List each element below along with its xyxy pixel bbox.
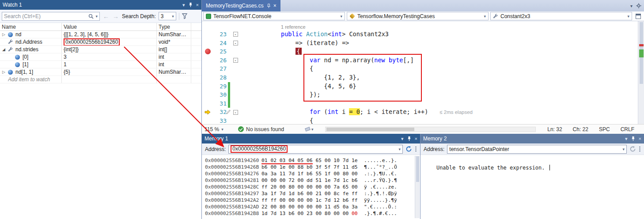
- eol-indicator[interactable]: CRLF: [621, 126, 634, 132]
- chevron-down-icon[interactable]: ▾: [398, 147, 401, 151]
- tab-memorytestingcases[interactable]: MemoryTestingCases.cs ×: [202, 0, 280, 11]
- scrollbar-thumb[interactable]: [326, 128, 415, 131]
- breakpoint-icon[interactable]: [205, 49, 211, 54]
- toolbar-overflow-icon[interactable]: [415, 146, 417, 152]
- memory-row[interactable]: 0x000002556B1942A2ff ff 00 00 00 00 1c 7…: [205, 197, 420, 204]
- class-dropdown[interactable]: Tensorflow.MemoryTestingCases ▾: [347, 12, 489, 20]
- code-editor[interactable]: 1 reference23-public Action<int> Constan…: [202, 21, 644, 124]
- space-mode-indicator[interactable]: SPC: [599, 126, 610, 132]
- watch-column-headers[interactable]: Name Value Type: [0, 23, 201, 31]
- search-input[interactable]: Search (Ctrl+E) ▾: [2, 12, 100, 21]
- memory2-titlebar[interactable]: Memory 2 ▾ ×: [420, 134, 644, 143]
- memory-row[interactable]: 0x000002556B1942B81d 7d 13 b6 00 23 00 8…: [205, 210, 420, 217]
- code-line[interactable]: 28{1, 2, 3},: [202, 73, 638, 82]
- document-list-icon[interactable]: ▾: [630, 4, 633, 8]
- glyph-margin[interactable]: [202, 117, 213, 124]
- glyph-margin[interactable]: [202, 108, 213, 117]
- vertical-scrollbar[interactable]: [638, 21, 644, 124]
- gear-icon[interactable]: [636, 3, 641, 8]
- next-result-icon[interactable]: →: [112, 13, 119, 20]
- expander-icon[interactable]: ▷: [1, 68, 6, 76]
- memory-row[interactable]: 0x000002556B1942AD22 00 80 00 00 00 00 1…: [205, 204, 420, 210]
- pin-icon[interactable]: [631, 136, 635, 141]
- code-line[interactable]: 26-var nd = np.array(new byte[,]: [202, 56, 638, 65]
- fold-collapse-icon[interactable]: -: [233, 58, 238, 63]
- memory1-hex-view[interactable]: 0x000002556B19426001 02 03 04 05 06 65 0…: [202, 155, 420, 217]
- horizontal-scrollbar[interactable]: [325, 127, 536, 132]
- code-line[interactable]: 29{4, 5, 6}: [202, 82, 638, 91]
- window-position-icon[interactable]: ▾: [401, 136, 404, 141]
- memory1-titlebar[interactable]: Memory 1 ▾ ×: [202, 134, 420, 143]
- code-line[interactable]: 32-for (int i = 0; i < iterate; i++)≤ 2m…: [202, 108, 638, 117]
- glyph-margin[interactable]: [202, 47, 213, 56]
- glyph-margin[interactable]: [202, 30, 213, 39]
- expander-icon[interactable]: ◢: [1, 46, 6, 53]
- window-position-icon[interactable]: ▾: [625, 136, 628, 141]
- fold-collapse-icon[interactable]: -: [233, 41, 238, 45]
- close-icon[interactable]: ×: [639, 136, 641, 141]
- expander-icon[interactable]: ▷: [1, 31, 6, 38]
- glyph-margin[interactable]: [202, 39, 213, 48]
- toolbar-overflow-icon[interactable]: [639, 146, 641, 152]
- glyph-margin[interactable]: [202, 99, 213, 108]
- memory-row[interactable]: 0x000002556B19428Cff 20 00 80 00 00 00 0…: [205, 184, 420, 190]
- close-icon[interactable]: ×: [273, 3, 277, 9]
- glyph-margin[interactable]: [202, 23, 213, 30]
- memory-row[interactable]: 0x000002556B1942973a 1f 7d 1d b6 00 21 0…: [205, 190, 420, 197]
- search-icon[interactable]: [88, 14, 94, 19]
- code-line[interactable]: 33{: [202, 117, 638, 124]
- close-icon[interactable]: ×: [196, 3, 199, 8]
- refresh-icon[interactable]: [405, 146, 412, 152]
- refresh-icon[interactable]: [629, 146, 636, 152]
- column-header-type[interactable]: Type: [157, 23, 191, 30]
- glyph-margin[interactable]: [202, 91, 213, 99]
- zoom-select[interactable]: 115 % ▾: [205, 126, 228, 132]
- filter-icon[interactable]: [182, 13, 188, 19]
- glyph-margin[interactable]: [202, 64, 213, 73]
- memory1-scrollbar[interactable]: [415, 156, 420, 218]
- project-dropdown[interactable]: TensorFlowNET.Console ▾: [203, 12, 345, 20]
- memory2-address-input[interactable]: tensor.TensorDataPointer ▾: [447, 145, 627, 154]
- pin-icon[interactable]: [407, 136, 411, 141]
- codelens-line[interactable]: 1 reference: [202, 23, 638, 30]
- code-line[interactable]: 25{: [202, 47, 638, 56]
- memory2-message-area[interactable]: Unable to evaluate the expression.: [420, 155, 644, 181]
- code-line[interactable]: 31: [202, 99, 638, 108]
- watch-row[interactable]: ▷nd[1, 1]{5}NumShar…: [0, 68, 201, 76]
- perf-tip[interactable]: ≤ 2ms elapsed: [439, 110, 473, 115]
- search-options-icon[interactable]: ▾: [95, 14, 98, 19]
- pin-icon[interactable]: [267, 4, 271, 8]
- memory-row[interactable]: 0x000002556B19428100 00 00 72 00 dd 51 1…: [205, 177, 420, 184]
- watch-titlebar[interactable]: Watch 1 ▾ ×: [0, 0, 201, 10]
- glyph-margin[interactable]: [202, 82, 213, 91]
- watch-row[interactable]: nd.Address0x000002556b194260void*: [0, 38, 201, 46]
- watch-row[interactable]: ◢nd.strides{int[2]}int[]: [0, 46, 201, 53]
- window-position-icon[interactable]: ▾: [182, 3, 185, 8]
- search-depth-select[interactable]: 3 ▾: [159, 12, 176, 20]
- fold-collapse-icon[interactable]: -: [233, 110, 238, 115]
- chevron-down-icon[interactable]: ▾: [622, 147, 625, 151]
- watch-row[interactable]: [0]3int: [0, 53, 201, 61]
- previous-result-icon[interactable]: ←: [102, 13, 110, 20]
- code-line[interactable]: 23-public Action<int> Constant2x3: [202, 30, 638, 39]
- split-window-icon[interactable]: [636, 14, 641, 19]
- member-dropdown[interactable]: Constant2x3 ▾: [490, 12, 632, 20]
- glyph-margin[interactable]: [202, 73, 213, 82]
- memory1-address-input[interactable]: 0x000002556B194260 ▾: [228, 145, 403, 154]
- scrollbar-thumb[interactable]: [416, 156, 419, 182]
- close-icon[interactable]: ×: [415, 136, 417, 141]
- column-header-name[interactable]: Name: [0, 23, 62, 30]
- code-line[interactable]: 30});: [202, 91, 638, 99]
- watch-row[interactable]: [1]1int: [0, 61, 201, 68]
- glyph-margin[interactable]: [202, 56, 213, 65]
- code-cleanup-button[interactable]: ▾: [305, 127, 314, 132]
- watch-row[interactable]: Add item to watch: [0, 76, 201, 83]
- memory-row[interactable]: 0x000002556B19426001 02 03 04 05 06 65 0…: [205, 157, 420, 164]
- code-line[interactable]: 24-=> (iterate) =>: [202, 39, 638, 48]
- code-line[interactable]: 27{: [202, 64, 638, 73]
- memory-row[interactable]: 0x000002556B19426Bb6 00 1e 00 88 b0 3f 5…: [205, 164, 420, 170]
- watch-row[interactable]: ▷nd{[[1, 2, 3], [4, 5, 6]]}NumShar…: [0, 31, 201, 38]
- issues-indicator[interactable]: No issues found: [238, 126, 284, 132]
- pin-icon[interactable]: [189, 2, 193, 8]
- fold-collapse-icon[interactable]: -: [233, 32, 238, 37]
